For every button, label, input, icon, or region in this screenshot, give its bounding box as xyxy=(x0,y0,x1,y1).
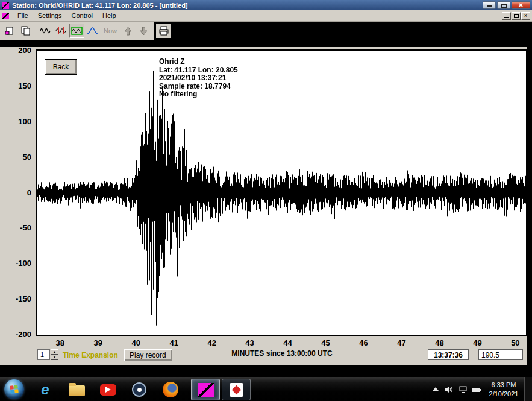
titlebar: Station: Ohrid/OHRID Lat: 41.117 Lon: 20… xyxy=(0,0,532,10)
cursor-amplitude-display: 190.5 xyxy=(478,349,523,360)
x-tick-label: 39 xyxy=(88,338,108,347)
battery-icon[interactable] xyxy=(472,387,481,393)
filter-icon xyxy=(87,27,98,35)
waveform-view-button[interactable] xyxy=(38,24,53,38)
y-tick-label: 200 xyxy=(2,46,31,55)
taskbar: e 6:33 PM 2/10/2021 xyxy=(0,377,532,401)
show-hidden-icons-button[interactable] xyxy=(433,387,439,391)
mdi-close-button[interactable]: × xyxy=(521,12,530,20)
mdi-child-icon[interactable] xyxy=(2,13,9,19)
internet-explorer-button[interactable]: e xyxy=(35,380,55,399)
trace-filtering: No filtering xyxy=(159,90,238,99)
x-tick-label: 42 xyxy=(202,338,222,347)
waveform-icon xyxy=(40,27,51,35)
x-tick-label: 47 xyxy=(391,338,412,347)
red-app-button[interactable] xyxy=(222,379,251,400)
menu-item-settings[interactable]: Settings xyxy=(33,11,67,21)
x-tick-label: 40 xyxy=(126,338,146,347)
now-button[interactable]: Now xyxy=(101,24,120,38)
y-tick-label: -50 xyxy=(2,223,31,233)
scroll-up-button[interactable] xyxy=(120,24,136,38)
zoom-select-icon xyxy=(71,27,83,35)
cursor-time-display: 13:37:36 xyxy=(428,349,469,360)
clock-date: 2/10/2021 xyxy=(486,390,522,399)
record-icon xyxy=(132,382,146,397)
scroll-up-icon xyxy=(124,27,132,36)
copy-button[interactable] xyxy=(18,24,33,38)
youtube-play-icon xyxy=(100,384,116,396)
open-file-button[interactable] xyxy=(2,24,17,38)
y-tick-label: 0 xyxy=(2,188,31,198)
seismograph-app-icon xyxy=(198,383,214,397)
zoom-select-button[interactable] xyxy=(69,24,84,38)
menu-item-control[interactable]: Control xyxy=(66,11,97,21)
menu-items: FileSettingsControlHelp xyxy=(13,11,121,21)
window-title: Station: Ohrid/OHRID Lat: 41.117 Lon: 20… xyxy=(12,2,483,9)
print-icon xyxy=(158,26,169,36)
y-tick-label: -150 xyxy=(2,294,31,304)
show-desktop-button[interactable] xyxy=(524,377,532,401)
filter-button[interactable] xyxy=(85,24,100,38)
x-tick-label: 50 xyxy=(505,338,525,347)
spinner-up-button[interactable]: ▲ xyxy=(51,349,58,355)
y-tick-label: 50 xyxy=(2,153,31,162)
taskbar-clock[interactable]: 6:33 PM 2/10/2021 xyxy=(486,380,522,399)
time-expansion-input[interactable]: 1 xyxy=(37,349,50,360)
desktop: Station: Ohrid/OHRID Lat: 41.117 Lon: 20… xyxy=(0,0,532,401)
seismograph-app-button[interactable] xyxy=(191,379,220,400)
x-tick-label: 45 xyxy=(316,338,336,347)
x-tick-label: 43 xyxy=(240,338,260,347)
seismogram-canvas[interactable] xyxy=(37,51,526,335)
minimize-button[interactable] xyxy=(483,1,496,9)
internet-explorer-icon: e xyxy=(41,382,49,397)
open-file-icon xyxy=(5,26,15,36)
menu-item-file[interactable]: File xyxy=(13,11,33,21)
copy-icon xyxy=(20,26,31,36)
close-button[interactable]: ✕ xyxy=(512,1,530,9)
firefox-button[interactable] xyxy=(160,380,181,399)
screen-recorder-button[interactable] xyxy=(129,380,149,399)
maximize-button[interactable] xyxy=(497,1,510,9)
volume-icon[interactable] xyxy=(445,386,453,393)
red-app-icon xyxy=(230,383,243,397)
time-expansion-spinner: ▲ ▼ xyxy=(51,349,58,360)
x-tick-label: 44 xyxy=(278,338,298,347)
start-button[interactable] xyxy=(4,379,24,399)
extract-waveform-icon xyxy=(55,27,67,35)
toolbar-row: Now xyxy=(0,22,532,40)
print-button[interactable] xyxy=(156,24,171,38)
folder-icon xyxy=(69,385,85,396)
spinner-down-button[interactable]: ▼ xyxy=(51,355,58,360)
firefox-icon xyxy=(163,382,178,397)
x-tick-label: 48 xyxy=(429,338,449,347)
time-expansion-label: Time Expansion xyxy=(63,351,118,359)
play-record-button[interactable]: Play record xyxy=(124,349,172,361)
windows-logo-icon xyxy=(10,385,19,394)
network-icon[interactable] xyxy=(459,386,468,393)
scroll-down-button[interactable] xyxy=(136,24,151,38)
back-button[interactable]: Back xyxy=(45,59,77,75)
plot-area[interactable] xyxy=(36,49,527,336)
trace-sample-rate: Sample rate: 18.7794 xyxy=(159,83,238,91)
mdi-restore-button[interactable] xyxy=(512,12,521,20)
x-tick-label: 41 xyxy=(164,338,184,347)
toolbar: Now xyxy=(0,22,154,40)
x-tick-label: 49 xyxy=(467,338,487,347)
y-tick-label: 100 xyxy=(2,117,31,127)
clock-time: 6:33 PM xyxy=(486,380,522,390)
y-tick-label: 150 xyxy=(2,81,31,91)
menubar: FileSettingsControlHelp × xyxy=(0,10,532,22)
menu-item-help[interactable]: Help xyxy=(98,11,121,21)
x-tick-label: 38 xyxy=(50,338,70,347)
extract-waveform-button[interactable] xyxy=(54,24,69,38)
scroll-down-icon xyxy=(140,27,148,36)
mdi-minimize-button[interactable] xyxy=(502,12,511,20)
file-explorer-button[interactable] xyxy=(66,380,87,399)
youtube-button[interactable] xyxy=(98,380,118,399)
trace-station: Ohrid Z xyxy=(159,58,238,66)
trace-coordinates: Lat: 41.117 Lon: 20.805 xyxy=(159,66,238,75)
app-icon[interactable] xyxy=(2,2,9,9)
y-tick-label: -200 xyxy=(2,330,31,339)
x-tick-label: 46 xyxy=(354,338,374,347)
x-axis-title: MINUTES since 13:00:00 UTC xyxy=(205,349,359,358)
